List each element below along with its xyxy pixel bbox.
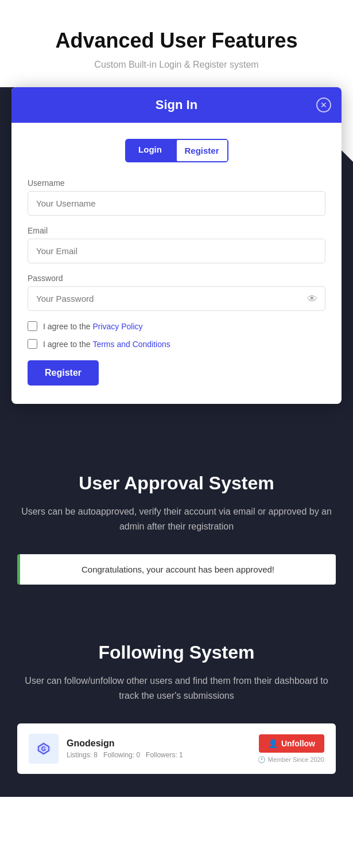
gnodesign-logo-icon: G <box>33 738 54 759</box>
modal-title: Sign In <box>156 98 197 112</box>
terms-checkbox-group: I agree to the Terms and Conditions <box>28 339 325 349</box>
user-info: Gnodesign Listings: 8 Following: 0 Follo… <box>67 738 183 759</box>
modal-close-button[interactable]: ✕ <box>316 98 331 112</box>
privacy-checkbox-group: I agree to the Privacy Policy <box>28 321 325 331</box>
modal-header: Sign In ✕ <box>11 87 342 123</box>
username-group: Username <box>28 178 325 216</box>
avatar: G <box>29 734 59 764</box>
clock-icon: 🕐 <box>258 756 266 764</box>
tab-register[interactable]: Register <box>176 139 228 162</box>
following-card: G Gnodesign Listings: 8 Following: 0 Fol… <box>17 723 336 774</box>
email-group: Email <box>28 226 325 263</box>
dark-section: Sign In ✕ Login Register Username <box>0 87 353 438</box>
tab-switcher: Login Register <box>125 139 228 162</box>
password-wrap: 👁 <box>28 286 325 311</box>
unfollow-user-icon: 👤 <box>268 739 278 748</box>
email-label: Email <box>28 226 325 235</box>
unfollow-button[interactable]: 👤 Unfollow <box>259 734 324 753</box>
approval-notification-text: Congratulations, your account has been a… <box>82 565 274 574</box>
signin-modal: Sign In ✕ Login Register Username <box>11 87 342 404</box>
member-since: 🕐 Member Since 2020 <box>258 756 324 764</box>
approval-description: Users can be autoapproved, verify their … <box>17 504 336 534</box>
terms-label: I agree to the Terms and Conditions <box>43 340 170 349</box>
approval-section: User Approval System Users can be autoap… <box>0 438 353 608</box>
following-left: G Gnodesign Listings: 8 Following: 0 Fol… <box>29 734 183 764</box>
user-meta: Listings: 8 Following: 0 Followers: 1 <box>67 751 183 759</box>
password-input[interactable] <box>28 286 325 311</box>
password-label: Password <box>28 274 325 283</box>
svg-text:G: G <box>41 746 46 752</box>
page-subtitle: Custom Built-in Login & Register system <box>11 60 342 70</box>
following-description: User can follow/unfollow other users and… <box>17 674 336 703</box>
following-title: Following System <box>17 642 336 663</box>
privacy-checkbox[interactable] <box>28 321 37 331</box>
password-group: Password 👁 <box>28 274 325 311</box>
terms-checkbox[interactable] <box>28 339 37 349</box>
register-button[interactable]: Register <box>28 360 99 386</box>
tab-login[interactable]: Login <box>125 139 176 162</box>
top-section: Advanced User Features Custom Built-in L… <box>0 0 353 70</box>
email-input[interactable] <box>28 239 325 263</box>
username-label: Username <box>28 178 325 188</box>
username-input[interactable] <box>28 191 325 216</box>
privacy-label: I agree to the Privacy Policy <box>43 322 143 331</box>
following-right: 👤 Unfollow 🕐 Member Since 2020 <box>258 734 324 764</box>
terms-link[interactable]: Terms and Conditions <box>92 340 170 349</box>
approval-title: User Approval System <box>17 473 336 494</box>
close-icon: ✕ <box>320 100 327 110</box>
following-section: Following System User can follow/unfollo… <box>0 608 353 797</box>
user-name: Gnodesign <box>67 738 183 749</box>
approval-notification: Congratulations, your account has been a… <box>17 554 336 585</box>
page-title: Advanced User Features <box>11 29 342 53</box>
privacy-policy-link[interactable]: Privacy Policy <box>92 322 142 331</box>
eye-icon[interactable]: 👁 <box>307 293 317 305</box>
modal-body: Login Register Username Email Password <box>11 123 342 404</box>
